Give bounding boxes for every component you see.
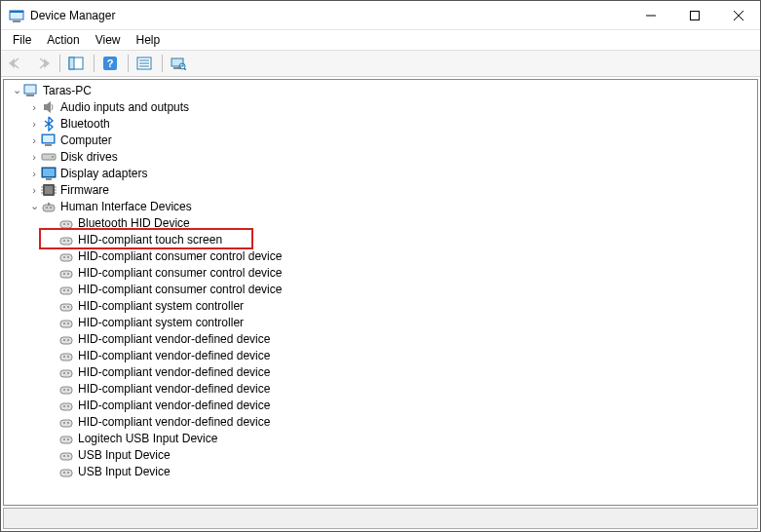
expand-toggle[interactable]: ⌄ — [10, 84, 23, 96]
bluetooth-icon — [41, 116, 57, 132]
tree-node-label: Computer — [60, 133, 112, 147]
hiddev-icon — [58, 282, 74, 297]
close-button[interactable] — [716, 1, 760, 30]
menu-action[interactable]: Action — [39, 31, 87, 49]
device-item[interactable]: ▸ HID-compliant consumer control device — [8, 247, 757, 264]
svg-point-77 — [67, 405, 69, 407]
hiddev-icon — [58, 265, 74, 281]
pc-icon — [23, 83, 39, 98]
svg-point-44 — [67, 223, 69, 225]
svg-rect-57 — [60, 304, 72, 311]
svg-rect-66 — [60, 354, 72, 361]
firmware-icon — [41, 182, 57, 198]
tree-node-label: USB Input Device — [78, 465, 171, 478]
svg-rect-29 — [46, 178, 52, 180]
tree-root[interactable]: ⌄ Taras-PC — [8, 82, 757, 98]
svg-rect-84 — [60, 453, 72, 460]
svg-rect-15 — [171, 58, 183, 66]
expand-toggle[interactable]: › — [27, 184, 41, 196]
expand-toggle: ▸ — [45, 249, 58, 262]
svg-point-76 — [63, 405, 65, 407]
svg-point-26 — [52, 156, 54, 158]
expand-toggle[interactable]: › — [27, 118, 41, 130]
expand-toggle[interactable]: › — [27, 151, 41, 163]
svg-point-49 — [63, 256, 65, 258]
menu-file[interactable]: File — [5, 31, 39, 49]
tree-node-label: Disk drives — [60, 150, 118, 164]
category-display[interactable]: › Display adapters — [8, 165, 757, 181]
tree-node-label: Firmware — [60, 183, 109, 197]
device-item[interactable]: ▸ HID-compliant vendor-defined device — [8, 380, 757, 397]
device-item[interactable]: ▸ HID-compliant vendor-defined device — [8, 347, 757, 363]
expand-toggle: ▸ — [45, 448, 58, 461]
expand-toggle[interactable]: › — [27, 134, 41, 146]
category-disk[interactable]: › Disk drives — [8, 148, 757, 165]
device-item[interactable]: ▸ HID-compliant touch screen — [8, 231, 757, 247]
category-firmware[interactable]: › Firmware — [8, 181, 757, 198]
hiddev-icon — [58, 348, 74, 363]
device-tree[interactable]: ⌄ Taras-PC › Audio inputs and outputs › … — [4, 80, 757, 505]
svg-rect-51 — [60, 271, 72, 278]
device-item[interactable]: ▸ HID-compliant consumer control device — [8, 264, 757, 281]
svg-point-52 — [63, 273, 65, 275]
hiddev-icon — [58, 232, 74, 247]
minimize-button[interactable] — [628, 1, 672, 30]
hiddev-icon — [58, 447, 74, 463]
expand-toggle[interactable]: › — [27, 101, 41, 113]
tree-node-label: Taras-PC — [43, 84, 92, 97]
expand-toggle: ▸ — [45, 465, 58, 477]
svg-text:?: ? — [107, 57, 114, 69]
scan-hardware-button[interactable] — [167, 53, 190, 74]
svg-rect-28 — [43, 169, 55, 176]
device-item[interactable]: ▸ USB Input Device — [8, 446, 757, 463]
svg-line-18 — [184, 68, 186, 70]
menu-view[interactable]: View — [88, 31, 129, 49]
menu-help[interactable]: Help — [129, 31, 169, 49]
help-button[interactable]: ? — [98, 53, 122, 74]
svg-point-46 — [63, 240, 65, 242]
expand-toggle: ▸ — [45, 349, 58, 361]
hiddev-icon — [58, 298, 74, 314]
device-item[interactable]: ▸ HID-compliant vendor-defined device — [8, 413, 757, 430]
maximize-button[interactable] — [672, 1, 716, 30]
device-item[interactable]: ▸ HID-compliant vendor-defined device — [8, 330, 757, 347]
properties-button[interactable] — [133, 53, 156, 74]
hiddev-icon — [58, 398, 74, 413]
show-hide-console-button[interactable] — [64, 53, 88, 74]
app-icon — [9, 8, 24, 23]
category-hid[interactable]: ⌄ Human Interface Devices — [8, 198, 757, 214]
expand-toggle: ▸ — [45, 415, 58, 428]
hiddev-icon — [58, 381, 74, 397]
device-item[interactable]: ▸ HID-compliant vendor-defined device — [8, 397, 757, 413]
category-audio[interactable]: › Audio inputs and outputs — [8, 98, 757, 115]
expand-toggle[interactable]: › — [27, 168, 41, 179]
svg-rect-72 — [60, 387, 72, 394]
svg-point-67 — [63, 356, 65, 358]
category-bluetooth[interactable]: › Bluetooth — [8, 115, 757, 132]
svg-rect-8 — [69, 57, 74, 69]
device-item[interactable]: ▸ HID-compliant system controller — [8, 297, 757, 314]
category-computer[interactable]: › Computer — [8, 132, 757, 148]
svg-rect-31 — [45, 186, 53, 194]
expand-toggle[interactable]: ⌄ — [27, 200, 41, 212]
title-bar: Device Manager — [1, 1, 760, 30]
expand-toggle: ▸ — [45, 216, 58, 229]
display-icon — [41, 166, 57, 181]
device-item[interactable]: ▸ USB Input Device — [8, 463, 757, 479]
device-item[interactable]: ▸ HID-compliant vendor-defined device — [8, 363, 757, 380]
svg-point-79 — [63, 422, 65, 424]
svg-rect-81 — [60, 437, 72, 443]
svg-rect-63 — [60, 337, 72, 344]
device-item[interactable]: ▸ HID-compliant consumer control device — [8, 281, 757, 297]
tree-node-label: USB Input Device — [78, 448, 171, 462]
tree-node-label: Logitech USB Input Device — [78, 432, 217, 445]
svg-point-56 — [67, 289, 69, 291]
device-item[interactable]: ▸ Logitech USB Input Device — [8, 430, 757, 446]
expand-toggle: ▸ — [45, 399, 58, 411]
device-item[interactable]: ▸ HID-compliant system controller — [8, 314, 757, 330]
device-item[interactable]: ▸ Bluetooth HID Device — [8, 214, 757, 231]
svg-point-86 — [67, 455, 69, 457]
disk-icon — [41, 149, 57, 165]
svg-point-85 — [63, 455, 65, 457]
svg-point-50 — [67, 256, 69, 258]
